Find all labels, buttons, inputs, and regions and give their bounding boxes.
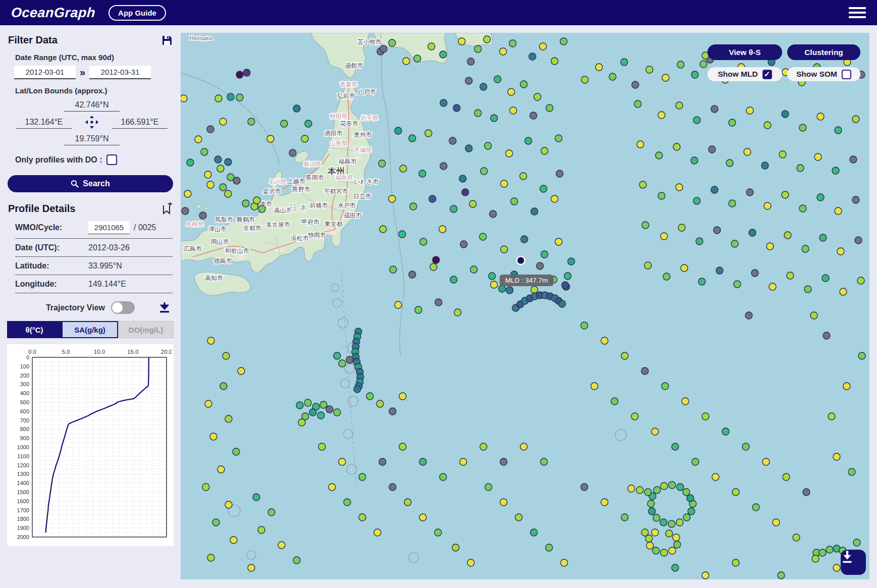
profile-marker[interactable] bbox=[450, 205, 457, 212]
profile-marker[interactable] bbox=[378, 160, 386, 167]
profile-marker[interactable] bbox=[700, 61, 707, 68]
profile-marker[interactable] bbox=[677, 61, 684, 68]
profile-marker[interactable] bbox=[534, 93, 541, 100]
profile-marker[interactable] bbox=[217, 466, 225, 473]
profile-marker[interactable] bbox=[253, 197, 260, 204]
profile-marker[interactable] bbox=[458, 38, 465, 45]
profile-marker[interactable] bbox=[489, 210, 497, 218]
profile-marker[interactable] bbox=[693, 197, 700, 204]
profile-marker[interactable] bbox=[651, 428, 659, 435]
profile-marker[interactable] bbox=[581, 76, 588, 83]
profile-marker[interactable] bbox=[399, 443, 406, 450]
profile-marker[interactable] bbox=[509, 40, 516, 47]
profile-marker[interactable] bbox=[560, 38, 567, 45]
profile-marker[interactable] bbox=[722, 428, 729, 435]
tab-theta[interactable]: θ(°C) bbox=[7, 321, 62, 338]
profile-marker[interactable] bbox=[500, 48, 507, 55]
profile-marker[interactable] bbox=[485, 484, 492, 491]
profile-marker[interactable] bbox=[688, 508, 695, 515]
profile-marker[interactable] bbox=[202, 484, 209, 491]
profile-marker[interactable] bbox=[403, 58, 410, 65]
profile-marker[interactable] bbox=[691, 71, 698, 78]
profile-marker[interactable] bbox=[500, 499, 507, 506]
profile-marker[interactable] bbox=[642, 222, 649, 229]
profile-marker[interactable] bbox=[714, 227, 721, 234]
profile-marker[interactable] bbox=[848, 468, 855, 475]
east-bound-input[interactable] bbox=[112, 116, 168, 129]
profile-marker[interactable] bbox=[611, 398, 618, 405]
profile-marker[interactable] bbox=[248, 118, 255, 125]
profile-marker[interactable] bbox=[804, 286, 811, 293]
profile-marker[interactable] bbox=[195, 136, 202, 143]
profile-marker[interactable] bbox=[389, 195, 396, 202]
profile-marker[interactable] bbox=[400, 165, 407, 172]
profile-marker[interactable] bbox=[305, 120, 312, 127]
profile-marker[interactable] bbox=[833, 453, 840, 460]
profile-marker[interactable] bbox=[693, 117, 700, 124]
show-mld-checkbox[interactable]: ✓ bbox=[762, 70, 772, 79]
profile-marker[interactable] bbox=[742, 443, 749, 450]
profile-marker[interactable] bbox=[752, 504, 759, 511]
profile-marker[interactable] bbox=[419, 458, 426, 465]
profile-marker[interactable] bbox=[823, 332, 830, 339]
profile-marker[interactable] bbox=[217, 165, 224, 172]
profile-marker[interactable] bbox=[399, 393, 406, 400]
profile-marker[interactable] bbox=[205, 400, 212, 407]
profile-marker[interactable] bbox=[653, 514, 660, 521]
profile-marker[interactable] bbox=[440, 473, 447, 480]
profile-marker[interactable] bbox=[676, 102, 683, 109]
profile-marker[interactable] bbox=[248, 564, 255, 571]
profile-marker[interactable] bbox=[631, 413, 638, 420]
profile-marker[interactable] bbox=[440, 99, 447, 106]
profile-marker[interactable] bbox=[662, 383, 669, 390]
profile-marker[interactable] bbox=[682, 398, 689, 405]
profile-marker[interactable] bbox=[390, 266, 397, 273]
profile-marker[interactable] bbox=[648, 508, 655, 515]
profile-marker[interactable] bbox=[230, 537, 237, 544]
profile-marker[interactable] bbox=[661, 549, 668, 556]
profile-marker[interactable] bbox=[810, 312, 817, 319]
profile-marker[interactable] bbox=[636, 487, 643, 494]
profile-marker[interactable] bbox=[661, 233, 668, 240]
profile-marker[interactable] bbox=[508, 88, 515, 95]
profile-marker[interactable] bbox=[452, 544, 459, 551]
profile-marker[interactable] bbox=[732, 559, 739, 566]
profile-marker[interactable] bbox=[799, 124, 806, 131]
profile-marker[interactable] bbox=[520, 81, 527, 88]
profile-marker[interactable] bbox=[744, 148, 751, 155]
profile-marker[interactable] bbox=[546, 104, 553, 112]
profile-marker[interactable] bbox=[712, 473, 719, 480]
profile-marker[interactable] bbox=[651, 529, 659, 536]
profile-marker[interactable] bbox=[639, 181, 646, 188]
profile-marker[interactable] bbox=[793, 534, 800, 541]
profile-marker[interactable] bbox=[731, 240, 738, 247]
profile-marker[interactable] bbox=[711, 105, 718, 113]
profile-marker[interactable] bbox=[499, 285, 506, 292]
profile-marker[interactable] bbox=[409, 135, 416, 142]
profile-marker[interactable] bbox=[812, 555, 819, 562]
profile-marker[interactable] bbox=[711, 186, 718, 193]
profile-marker[interactable] bbox=[414, 55, 421, 62]
profile-marker[interactable] bbox=[698, 278, 705, 285]
profile-marker[interactable] bbox=[479, 233, 486, 240]
profile-marker[interactable] bbox=[298, 419, 305, 426]
profile-marker[interactable] bbox=[853, 539, 860, 546]
profile-marker[interactable] bbox=[404, 499, 411, 506]
profile-marker[interactable] bbox=[674, 541, 681, 548]
menu-icon[interactable] bbox=[849, 5, 866, 21]
show-mld-pill[interactable]: Show MLD ✓ bbox=[707, 67, 782, 81]
profile-marker[interactable] bbox=[653, 487, 661, 494]
profile-marker[interactable] bbox=[500, 458, 507, 465]
profile-marker[interactable] bbox=[187, 159, 194, 166]
profile-marker[interactable] bbox=[374, 529, 381, 536]
profile-marker[interactable] bbox=[782, 111, 789, 118]
profile-marker[interactable] bbox=[835, 127, 842, 134]
profile-marker[interactable] bbox=[551, 58, 558, 65]
profile-marker[interactable] bbox=[644, 262, 651, 269]
profile-marker[interactable] bbox=[581, 322, 588, 329]
profile-marker[interactable] bbox=[359, 514, 366, 521]
profile-marker[interactable] bbox=[529, 53, 536, 60]
profile-marker[interactable] bbox=[425, 130, 432, 137]
profile-marker[interactable] bbox=[746, 189, 753, 196]
profile-marker[interactable] bbox=[462, 189, 469, 196]
